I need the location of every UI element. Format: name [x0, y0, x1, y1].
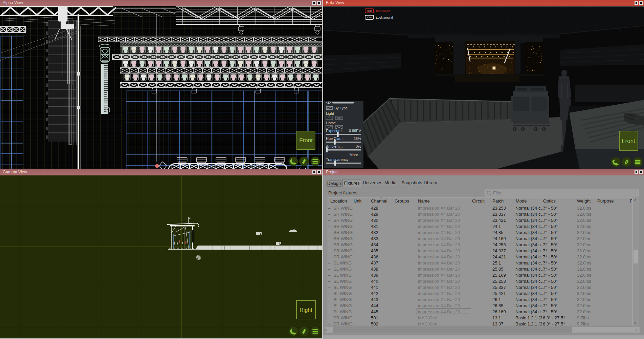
- svg-text:Front: Front: [622, 138, 635, 144]
- svg-text:Exposure..: Exposure..: [326, 129, 344, 133]
- svg-text:By Type: By Type: [334, 106, 348, 110]
- svg-text:Front: Front: [299, 137, 313, 144]
- svg-text:Shift: Shift: [367, 9, 372, 13]
- svg-text:0%: 0%: [356, 144, 361, 148]
- svg-text:Look around: Look around: [376, 16, 393, 19]
- svg-text:More...: More...: [350, 153, 361, 157]
- svg-text:Home: Home: [326, 121, 336, 125]
- svg-text:Free-flight: Free-flight: [376, 9, 390, 13]
- svg-text:Ctrl: Ctrl: [367, 16, 372, 19]
- svg-text:Transparency: Transparency: [326, 157, 349, 162]
- svg-text:-0.89EV: -0.89EV: [348, 129, 361, 133]
- svg-text:Light: Light: [326, 111, 334, 115]
- svg-text:Right: Right: [299, 307, 312, 313]
- svg-text:25%: 25%: [354, 136, 361, 141]
- svg-text:Ambient ..: Ambient ..: [326, 144, 343, 148]
